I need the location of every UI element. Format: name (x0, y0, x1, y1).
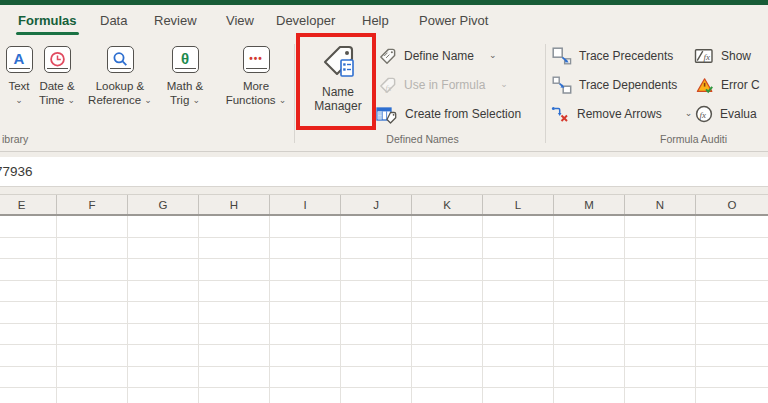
sheet-cell[interactable] (554, 367, 625, 389)
sheet-cell[interactable] (483, 281, 554, 303)
sheet-cell[interactable] (128, 324, 199, 346)
sheet-cell[interactable] (199, 238, 270, 260)
more-functions-button[interactable]: ••• More Functions ⌄ (221, 42, 291, 107)
sheet-cell[interactable] (625, 281, 696, 303)
sheet-cell[interactable] (483, 345, 554, 367)
sheet-cell[interactable] (270, 367, 341, 389)
sheet-cell[interactable] (341, 216, 412, 238)
column-header-F[interactable]: F (57, 195, 128, 214)
sheet-cell[interactable] (341, 388, 412, 403)
sheet-cell[interactable] (412, 259, 483, 281)
sheet-cell[interactable] (341, 238, 412, 260)
sheet-cell[interactable] (696, 259, 768, 281)
sheet-cell[interactable] (57, 302, 128, 324)
sheet-cell[interactable] (554, 345, 625, 367)
sheet-cell[interactable] (199, 302, 270, 324)
sheet-cell[interactable] (483, 388, 554, 403)
sheet-cell[interactable] (0, 345, 57, 367)
sheet-cell[interactable] (625, 345, 696, 367)
sheet-cell[interactable] (128, 238, 199, 260)
sheet-cell[interactable] (483, 367, 554, 389)
column-header-J[interactable]: J (341, 195, 412, 214)
sheet-cell[interactable] (0, 388, 57, 403)
sheet-cell[interactable] (696, 238, 768, 260)
sheet-cell[interactable] (341, 259, 412, 281)
sheet-cell[interactable] (128, 388, 199, 403)
sheet-cell[interactable] (696, 345, 768, 367)
sheet-cell[interactable] (696, 281, 768, 303)
sheet-cell[interactable] (696, 302, 768, 324)
trace-dependents-button[interactable]: Trace Dependents (552, 75, 677, 95)
sheet-cell[interactable] (554, 238, 625, 260)
sheet-cell[interactable] (412, 216, 483, 238)
sheet-cell[interactable] (341, 302, 412, 324)
sheet-cell[interactable] (0, 367, 57, 389)
sheet-cell[interactable] (128, 345, 199, 367)
sheet-cell[interactable] (270, 388, 341, 403)
error-checking-button[interactable]: Error C (696, 75, 760, 95)
column-header-K[interactable]: K (412, 195, 483, 214)
sheet-cell[interactable] (0, 259, 57, 281)
sheet-cell[interactable] (412, 367, 483, 389)
column-header-H[interactable]: H (199, 195, 270, 214)
tab-power-pivot[interactable]: Power Pivot (419, 5, 488, 36)
sheet-cell[interactable] (341, 324, 412, 346)
sheet-cell[interactable] (0, 238, 57, 260)
sheet-cell[interactable] (270, 238, 341, 260)
create-from-selection-button[interactable]: Create from Selection (376, 104, 521, 124)
date-time-functions-button[interactable]: Date & Time ⌄ (22, 42, 92, 107)
tab-help[interactable]: Help (362, 5, 389, 36)
sheet-cell[interactable] (412, 302, 483, 324)
sheet-cell[interactable] (412, 345, 483, 367)
sheet-cell[interactable] (554, 281, 625, 303)
sheet-cell[interactable] (128, 259, 199, 281)
sheet-cell[interactable] (483, 259, 554, 281)
column-header-G[interactable]: G (128, 195, 199, 214)
show-formulas-button[interactable]: fx Show (694, 46, 751, 66)
sheet-cell[interactable] (554, 324, 625, 346)
sheet-cell[interactable] (625, 259, 696, 281)
sheet-cell[interactable] (57, 216, 128, 238)
sheet-cell[interactable] (0, 324, 57, 346)
tab-formulas[interactable]: Formulas (18, 5, 77, 36)
sheet-cell[interactable] (554, 259, 625, 281)
sheet-cell[interactable] (270, 345, 341, 367)
sheet-cell[interactable] (412, 388, 483, 403)
sheet-cell[interactable] (483, 216, 554, 238)
use-in-formula-button[interactable]: fx Use in Formula ⌄ (378, 75, 508, 95)
sheet-cell[interactable] (128, 281, 199, 303)
sheet-cell[interactable] (696, 216, 768, 238)
sheet-cell[interactable] (128, 216, 199, 238)
sheet-cell[interactable] (57, 259, 128, 281)
sheet-cell[interactable] (412, 281, 483, 303)
tab-data[interactable]: Data (100, 5, 127, 36)
define-name-button[interactable]: Define Name ⌄ (378, 46, 497, 66)
sheet-cell[interactable] (199, 367, 270, 389)
sheet-cell[interactable] (412, 238, 483, 260)
sheet-cell[interactable] (625, 302, 696, 324)
remove-arrows-button[interactable]: Remove Arrows ⌄ (550, 104, 692, 124)
sheet-cell[interactable] (696, 324, 768, 346)
tab-developer[interactable]: Developer (276, 5, 335, 36)
sheet-cell[interactable] (128, 302, 199, 324)
sheet-cell[interactable] (696, 388, 768, 403)
sheet-cell[interactable] (57, 388, 128, 403)
sheet-cell[interactable] (199, 388, 270, 403)
tab-review[interactable]: Review (154, 5, 197, 36)
evaluate-formula-button[interactable]: fx Evalua (695, 104, 757, 124)
column-header-N[interactable]: N (625, 195, 696, 214)
column-header-E[interactable]: E (0, 195, 57, 214)
sheet-cell[interactable] (199, 259, 270, 281)
sheet-cell[interactable] (696, 367, 768, 389)
sheet-cell[interactable] (199, 216, 270, 238)
column-header-I[interactable]: I (270, 195, 341, 214)
sheet-cell[interactable] (483, 302, 554, 324)
sheet-cell[interactable] (270, 216, 341, 238)
formula-bar[interactable]: 77936 (0, 157, 768, 187)
sheet-cell[interactable] (270, 302, 341, 324)
sheet-cell[interactable] (625, 324, 696, 346)
sheet-cell[interactable] (483, 324, 554, 346)
sheet-cell[interactable] (0, 216, 57, 238)
tab-view[interactable]: View (226, 5, 254, 36)
sheet-cell[interactable] (341, 345, 412, 367)
